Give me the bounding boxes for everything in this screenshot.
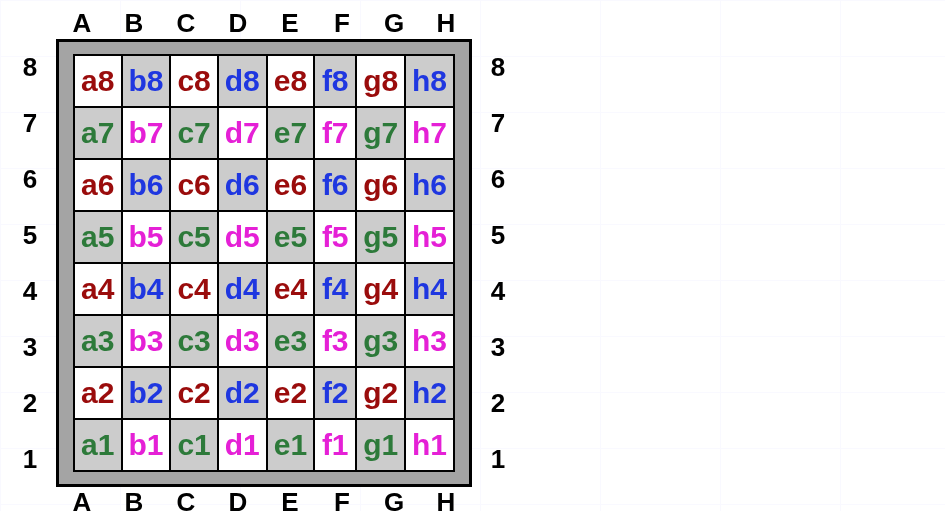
file-label-top-c: C (160, 8, 212, 39)
coord-grid: A B C D E F G H 8 a8 b8 c8 d8 e8 f8 (4, 8, 524, 511)
square-h6: h6 (405, 159, 454, 211)
rank-label-right-3: 3 (472, 319, 524, 375)
square-d6: d6 (218, 159, 267, 211)
square-a6: a6 (74, 159, 122, 211)
file-label-top-f: F (316, 8, 368, 39)
square-a2: a2 (74, 367, 122, 419)
square-f8: f8 (314, 55, 356, 107)
rank-label-right-5: 5 (472, 207, 524, 263)
square-a3: a3 (74, 315, 122, 367)
rank-label-left-4: 4 (4, 263, 56, 319)
square-e3: e3 (267, 315, 315, 367)
file-label-bottom-a: A (56, 487, 108, 511)
corner-spacer (472, 8, 524, 39)
square-e6: e6 (267, 159, 315, 211)
square-d7: d7 (218, 107, 267, 159)
rank-label-left-1: 1 (4, 431, 56, 487)
file-label-top-h: H (420, 8, 472, 39)
square-h2: h2 (405, 367, 454, 419)
square-c5: c5 (170, 211, 218, 263)
file-label-top-b: B (108, 8, 160, 39)
file-label-top-e: E (264, 8, 316, 39)
file-label-bottom-h: H (420, 487, 472, 511)
square-f3: f3 (314, 315, 356, 367)
rank-label-left-8: 8 (4, 39, 56, 95)
square-d4: d4 (218, 263, 267, 315)
square-f4: f4 (314, 263, 356, 315)
file-label-top-g: G (368, 8, 420, 39)
square-a8: a8 (74, 55, 122, 107)
square-g1: g1 (356, 419, 405, 471)
square-g2: g2 (356, 367, 405, 419)
square-g4: g4 (356, 263, 405, 315)
file-label-bottom-d: D (212, 487, 264, 511)
square-a1: a1 (74, 419, 122, 471)
corner-spacer (472, 487, 524, 511)
square-e2: e2 (267, 367, 315, 419)
rank-label-right-4: 4 (472, 263, 524, 319)
chess-board: a8 b8 c8 d8 e8 f8 g8 h8 a7 b7 c7 d7 (73, 54, 455, 472)
square-c6: c6 (170, 159, 218, 211)
square-g7: g7 (356, 107, 405, 159)
rank-label-right-2: 2 (472, 375, 524, 431)
square-a5: a5 (74, 211, 122, 263)
file-label-top-a: A (56, 8, 108, 39)
square-a7: a7 (74, 107, 122, 159)
square-h3: h3 (405, 315, 454, 367)
rank-label-left-7: 7 (4, 95, 56, 151)
rank-label-right-6: 6 (472, 151, 524, 207)
square-e1: e1 (267, 419, 315, 471)
rank-label-left-2: 2 (4, 375, 56, 431)
square-b4: b4 (122, 263, 171, 315)
square-f6: f6 (314, 159, 356, 211)
square-c2: c2 (170, 367, 218, 419)
square-g5: g5 (356, 211, 405, 263)
square-h1: h1 (405, 419, 454, 471)
square-f7: f7 (314, 107, 356, 159)
corner-spacer (4, 8, 56, 39)
rank-label-left-6: 6 (4, 151, 56, 207)
square-e7: e7 (267, 107, 315, 159)
square-e8: e8 (267, 55, 315, 107)
rank-label-left-3: 3 (4, 319, 56, 375)
square-b1: b1 (122, 419, 171, 471)
square-a4: a4 (74, 263, 122, 315)
square-g3: g3 (356, 315, 405, 367)
square-h8: h8 (405, 55, 454, 107)
square-b6: b6 (122, 159, 171, 211)
square-e5: e5 (267, 211, 315, 263)
board-frame: a8 b8 c8 d8 e8 f8 g8 h8 a7 b7 c7 d7 (56, 39, 472, 487)
square-d8: d8 (218, 55, 267, 107)
square-b3: b3 (122, 315, 171, 367)
square-g8: g8 (356, 55, 405, 107)
corner-spacer (4, 487, 56, 511)
square-f5: f5 (314, 211, 356, 263)
square-b7: b7 (122, 107, 171, 159)
square-h5: h5 (405, 211, 454, 263)
square-c4: c4 (170, 263, 218, 315)
square-d2: d2 (218, 367, 267, 419)
file-label-bottom-b: B (108, 487, 160, 511)
file-label-top-d: D (212, 8, 264, 39)
rank-label-right-8: 8 (472, 39, 524, 95)
file-label-bottom-f: F (316, 487, 368, 511)
square-e4: e4 (267, 263, 315, 315)
file-label-bottom-e: E (264, 487, 316, 511)
square-g6: g6 (356, 159, 405, 211)
square-c7: c7 (170, 107, 218, 159)
square-c1: c1 (170, 419, 218, 471)
square-f1: f1 (314, 419, 356, 471)
rank-label-left-5: 5 (4, 207, 56, 263)
square-b2: b2 (122, 367, 171, 419)
square-c8: c8 (170, 55, 218, 107)
rank-label-right-7: 7 (472, 95, 524, 151)
square-c3: c3 (170, 315, 218, 367)
rank-label-right-1: 1 (472, 431, 524, 487)
square-d3: d3 (218, 315, 267, 367)
square-h7: h7 (405, 107, 454, 159)
file-label-bottom-g: G (368, 487, 420, 511)
file-label-bottom-c: C (160, 487, 212, 511)
square-f2: f2 (314, 367, 356, 419)
square-d1: d1 (218, 419, 267, 471)
square-b8: b8 (122, 55, 171, 107)
